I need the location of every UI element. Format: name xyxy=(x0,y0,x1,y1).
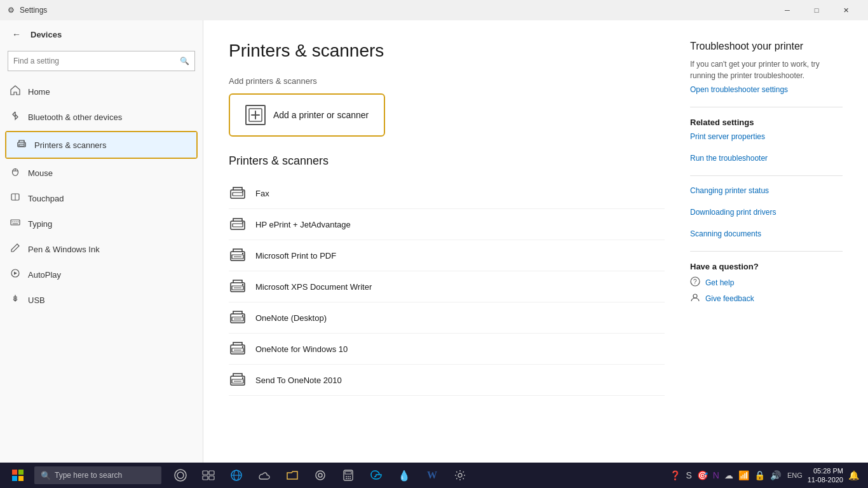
svg-point-40 xyxy=(242,377,243,379)
svg-rect-47 xyxy=(12,476,17,481)
get-help-item[interactable]: ? Get help xyxy=(690,276,843,288)
svg-point-50 xyxy=(177,472,184,478)
sidebar-nav-top: ← Devices xyxy=(0,20,203,48)
sidebar-item-usb[interactable]: USB xyxy=(0,287,203,313)
sidebar-item-pen-label: Pen & Windows Ink xyxy=(28,245,100,254)
question-title: Have a question? xyxy=(690,262,843,271)
printer-item-pdf[interactable]: Microsoft Print to PDF xyxy=(229,240,665,271)
sidebar: ← Devices 🔍 Home Bluetooth & other devic… xyxy=(0,20,203,463)
help-taskbar-icon[interactable]: ❓ xyxy=(668,470,682,480)
svg-point-63 xyxy=(348,476,349,477)
sidebar-item-home[interactable]: Home xyxy=(0,79,203,104)
svg-point-68 xyxy=(458,473,462,477)
taskbar-app-word[interactable]: W xyxy=(419,463,445,488)
home-icon xyxy=(10,85,20,98)
taskbar-search-text: Type here to search xyxy=(55,471,122,480)
svg-point-58 xyxy=(316,471,325,480)
open-troubleshooter-link[interactable]: Open troubleshooter settings xyxy=(690,85,843,94)
run-troubleshooter-link[interactable]: Run the troubleshooter xyxy=(690,154,843,163)
taskbar-app-onedrive[interactable] xyxy=(252,463,277,488)
scanning-documents-link[interactable]: Scanning documents xyxy=(690,229,843,238)
usb-icon xyxy=(10,294,20,306)
taskbar-app-cortana[interactable] xyxy=(168,463,193,488)
printer-name-fax: Fax xyxy=(255,189,269,198)
printer-name-onenote-win10: OneNote for Windows 10 xyxy=(255,344,348,354)
skype-taskbar-icon[interactable]: S xyxy=(684,470,693,480)
taskbar-app-droplet[interactable]: 💧 xyxy=(391,463,417,488)
print-server-link[interactable]: Print server properties xyxy=(690,132,843,141)
wifi-taskbar-icon[interactable]: 📶 xyxy=(737,470,750,480)
printer-list: Fax HP ePrint + JetAdvantage Microsoft P… xyxy=(229,178,665,396)
sidebar-item-bluetooth[interactable]: Bluetooth & other devices xyxy=(0,104,203,130)
back-button[interactable]: ← xyxy=(8,25,25,43)
agent-taskbar-icon[interactable]: 🎯 xyxy=(696,470,709,480)
svg-rect-54 xyxy=(209,476,214,480)
start-button[interactable] xyxy=(3,463,33,488)
printer-icon xyxy=(17,139,27,151)
minimize-button[interactable]: ─ xyxy=(773,0,802,20)
panel-divider-2 xyxy=(690,175,843,176)
printers-section-title: Printers & scanners xyxy=(229,154,665,168)
language-indicator[interactable]: ENG xyxy=(786,471,804,479)
close-button[interactable]: ✕ xyxy=(831,0,860,20)
search-box[interactable]: 🔍 xyxy=(8,51,195,71)
taskbar-app-settings[interactable] xyxy=(447,463,473,488)
touchpad-icon xyxy=(10,192,20,205)
give-feedback-item[interactable]: Give feedback xyxy=(690,292,843,304)
sidebar-item-touchpad[interactable]: Touchpad xyxy=(0,186,203,211)
sidebar-item-printers[interactable]: Printers & scanners xyxy=(6,132,196,158)
svg-rect-46 xyxy=(18,470,24,475)
printer-item-onenote-win10[interactable]: OneNote for Windows 10 xyxy=(229,334,665,365)
hp-printer-icon xyxy=(229,215,247,233)
add-section-title: Add printers & scanners xyxy=(229,76,665,86)
give-feedback-icon xyxy=(690,292,700,304)
printer-item-onenote-2010[interactable]: Send To OneNote 2010 xyxy=(229,365,665,396)
printer-name-onenote-2010: Send To OneNote 2010 xyxy=(255,376,342,385)
sidebar-item-pen[interactable]: Pen & Windows Ink xyxy=(0,236,203,262)
svg-rect-48 xyxy=(18,476,24,481)
taskbar-search-box[interactable]: 🔍 Type here to search xyxy=(34,466,161,484)
svg-point-36 xyxy=(242,346,243,348)
taskbar-app-explorer[interactable] xyxy=(280,463,305,488)
printer-item-hp[interactable]: HP ePrint + JetAdvantage xyxy=(229,209,665,240)
autoplay-icon xyxy=(10,268,20,281)
vpn-taskbar-icon[interactable]: 🔒 xyxy=(753,470,766,480)
taskbar-app-calculator[interactable] xyxy=(336,463,361,488)
notification-icon[interactable]: 🔔 xyxy=(847,470,860,480)
downloading-print-drivers-link[interactable]: Downloading print drivers xyxy=(690,208,843,217)
titlebar: ⚙ Settings ─ □ ✕ xyxy=(0,0,868,20)
page-title: Printers & scanners xyxy=(229,41,665,61)
onenote-taskbar-icon[interactable]: N xyxy=(712,470,721,480)
sidebar-item-autoplay[interactable]: AutoPlay xyxy=(0,262,203,287)
add-plus-icon xyxy=(245,105,266,125)
taskbar-system-icons: ❓ S 🎯 N ☁ 📶 🔒 🔊 xyxy=(668,470,782,480)
taskbar-app-taskview[interactable] xyxy=(196,463,221,488)
sidebar-item-mouse[interactable]: Mouse xyxy=(0,160,203,186)
printer-item-xps[interactable]: Microsoft XPS Document Writer xyxy=(229,271,665,302)
search-input[interactable] xyxy=(13,57,180,65)
taskbar-app-msedge[interactable] xyxy=(363,463,389,488)
printer-name-xps: Microsoft XPS Document Writer xyxy=(255,282,372,292)
add-printer-label: Add a printer or scanner xyxy=(273,110,369,120)
volume-taskbar-icon[interactable]: 🔊 xyxy=(769,470,782,480)
taskbar-clock[interactable]: 05:28 PM 11-08-2020 xyxy=(808,466,843,485)
maximize-button[interactable]: □ xyxy=(802,0,831,20)
taskbar-app-ie[interactable] xyxy=(224,463,249,488)
taskbar-right: ❓ S 🎯 N ☁ 📶 🔒 🔊 ENG 05:28 PM 11-08-2020 … xyxy=(663,466,865,485)
add-printer-button[interactable]: Add a printer or scanner xyxy=(229,93,385,137)
svg-rect-45 xyxy=(12,470,17,475)
taskbar-app-chrome[interactable] xyxy=(308,463,333,488)
onedrive-taskbar-icon[interactable]: ☁ xyxy=(723,470,735,480)
svg-rect-53 xyxy=(203,476,208,480)
printer-item-fax[interactable]: Fax xyxy=(229,178,665,209)
sidebar-item-typing[interactable]: Typing xyxy=(0,211,203,236)
sidebar-item-bluetooth-label: Bluetooth & other devices xyxy=(28,112,122,122)
panel-divider-3 xyxy=(690,251,843,252)
related-settings-title: Related settings xyxy=(690,118,843,127)
taskbar-apps: 💧 W xyxy=(163,463,662,488)
printer-item-onenote-desktop[interactable]: OneNote (Desktop) xyxy=(229,302,665,334)
svg-point-64 xyxy=(349,476,351,477)
changing-printer-status-link[interactable]: Changing printer status xyxy=(690,186,843,195)
bluetooth-icon xyxy=(10,111,20,123)
svg-point-59 xyxy=(318,473,322,477)
